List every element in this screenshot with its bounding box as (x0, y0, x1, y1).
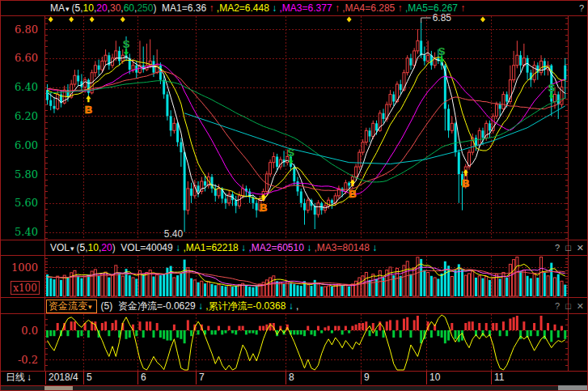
ma-indicator-label: MA (50, 2, 65, 14)
period-selector-button[interactable]: 日线↓ (0, 372, 50, 385)
svg-text:1000: 1000 (11, 261, 38, 274)
period-label: 日线 (6, 372, 25, 383)
svg-text:B: B (462, 177, 469, 189)
chevron-down-icon: ▾ (87, 303, 95, 311)
svg-text:S: S (287, 147, 294, 159)
maximize-icon[interactable]: □ (565, 299, 571, 313)
flow-indicator-dropdown[interactable]: 资金流变▾ (46, 300, 97, 313)
ma-indicator-dropdown[interactable]: MA▾ (50, 1, 72, 16)
volume-indicator-header: VOL▾ (5,10,20) VOL=40049 ↓ ,MA1=62218 ↓ … (0, 240, 588, 255)
close-icon[interactable]: ✕ (577, 299, 584, 313)
axis-labels: 6.806.606.406.206.005.805.605.401000x100… (11, 23, 40, 366)
horizontal-scrollbar[interactable] (1, 386, 587, 390)
svg-text:6.20: 6.20 (15, 110, 38, 122)
maximize-icon[interactable]: □ (565, 240, 571, 255)
flow-values-text: (5) 资金净流=-0.0629 ↓ ,累计净流=-0.0368 ↓ , (101, 299, 299, 313)
gridlines (46, 16, 568, 371)
svg-text:5.60: 5.60 (15, 197, 38, 209)
chevron-down-icon: ▾ (70, 244, 77, 253)
arrow-down-icon: ↓ (27, 372, 32, 383)
ma-values-text: (5,10,20,30,60,250) MA1=6.36 ↑ ,MA2=6.44… (72, 1, 466, 15)
svg-text:x100: x100 (13, 283, 37, 294)
svg-text:S: S (123, 38, 130, 50)
flow-indicator-label: 资金流变 (49, 300, 87, 312)
stock-chart-window: 6.806.606.406.206.005.805.605.401000x100… (0, 0, 588, 391)
help-icon[interactable]: ? (555, 299, 560, 313)
svg-text:0.0: 0.0 (21, 325, 38, 337)
svg-text:-0.2: -0.2 (18, 354, 38, 366)
svg-text:6.00: 6.00 (15, 139, 38, 151)
vol-values-text: (5,10,20) VOL=40049 ↓ ,MA1=62218 ↓ ,MA2=… (77, 240, 378, 255)
series (46, 22, 566, 370)
svg-text:S: S (548, 82, 555, 94)
chart-canvas[interactable]: 6.806.606.406.206.005.805.605.401000x100… (0, 0, 588, 391)
month-label: 8 (286, 372, 294, 385)
help-icon[interactable]: ? (579, 1, 584, 15)
svg-text:B: B (85, 104, 92, 116)
chevron-down-icon: ▾ (65, 5, 72, 13)
vol-indicator-label: VOL (50, 242, 70, 253)
flow-indicator-header: 资金流变▾ (5) 资金净流=-0.0629 ↓ ,累计净流=-0.0368 ↓… (0, 299, 588, 313)
month-label: 6 (137, 372, 146, 385)
svg-text:5.80: 5.80 (15, 168, 38, 181)
svg-text:B: B (260, 202, 267, 214)
svg-text:6.80: 6.80 (15, 23, 38, 36)
month-label: 7 (196, 372, 205, 385)
month-label: 5 (83, 372, 92, 385)
month-label: 11 (491, 372, 504, 385)
svg-text:5.40: 5.40 (15, 226, 38, 238)
svg-text:5.40: 5.40 (164, 228, 184, 240)
month-label: 10 (426, 372, 440, 385)
help-icon[interactable]: ? (555, 240, 560, 255)
main-indicator-header: MA▾ (5,10,20,30,60,250) MA1=6.36 ↑ ,MA2=… (0, 1, 588, 15)
svg-text:6.40: 6.40 (15, 81, 38, 93)
trade-markers: BSBSBSBS6.855.40 (49, 12, 556, 240)
scrollbar-thumb[interactable] (44, 386, 73, 390)
month-label: 9 (361, 372, 370, 385)
svg-text:S: S (438, 45, 446, 57)
svg-text:6.60: 6.60 (15, 52, 38, 64)
vol-indicator-dropdown[interactable]: VOL▾ (50, 240, 77, 256)
close-icon[interactable]: ✕ (577, 240, 584, 255)
svg-text:B: B (349, 188, 356, 200)
month-label: 2018/4 (45, 372, 78, 385)
scrollbar-corner (558, 385, 587, 390)
